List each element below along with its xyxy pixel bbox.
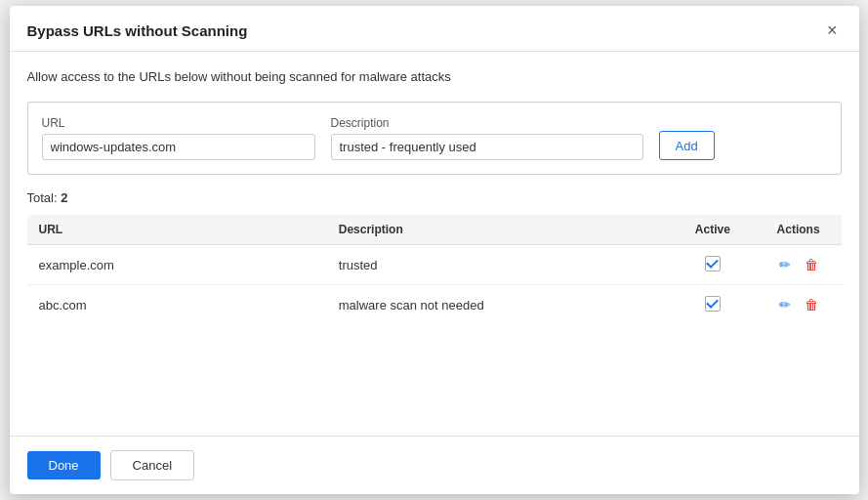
col-header-url: URL: [27, 215, 327, 245]
delete-button-1[interactable]: 🗑: [803, 295, 820, 314]
cancel-button[interactable]: Cancel: [110, 450, 194, 480]
edit-icon-1: ✏: [779, 297, 791, 312]
delete-icon-0: 🗑: [805, 257, 818, 272]
active-checkbox-1[interactable]: [705, 296, 721, 312]
description-label: Description: [331, 116, 643, 130]
input-section: URL Description Add: [27, 102, 842, 175]
dialog-header: Bypass URLs without Scanning ×: [10, 6, 859, 52]
col-header-active: Active: [670, 215, 756, 245]
url-input-group: URL: [42, 116, 315, 160]
active-checkbox-0[interactable]: [705, 256, 721, 271]
edit-button-1[interactable]: ✏: [777, 295, 793, 314]
total-count: 2: [61, 190, 67, 205]
bypass-urls-dialog: Bypass URLs without Scanning × Allow acc…: [10, 6, 859, 494]
cell-desc-0: trusted: [327, 245, 670, 285]
cell-url-1: abc.com: [27, 285, 327, 325]
description-input[interactable]: [331, 134, 643, 160]
cell-active-1: [670, 285, 756, 325]
close-button[interactable]: ×: [823, 20, 842, 41]
cell-actions-0: ✏ 🗑: [756, 245, 842, 285]
total-text: Total: 2: [27, 190, 842, 205]
dialog-footer: Done Cancel: [10, 436, 859, 494]
dialog-description: Allow access to the URLs below without b…: [27, 69, 842, 84]
edit-icon-0: ✏: [779, 257, 791, 272]
add-button[interactable]: Add: [659, 131, 715, 160]
delete-button-0[interactable]: 🗑: [803, 255, 820, 274]
delete-icon-1: 🗑: [805, 297, 818, 312]
url-table: URL Description Active Actions example.c…: [27, 215, 842, 324]
url-input[interactable]: [42, 134, 315, 160]
col-header-actions: Actions: [756, 215, 842, 245]
table-row: abc.com malware scan not needed ✏ 🗑: [27, 285, 842, 325]
dialog-body: Allow access to the URLs below without b…: [10, 52, 859, 426]
dialog-title: Bypass URLs without Scanning: [27, 22, 248, 39]
cell-actions-1: ✏ 🗑: [756, 285, 842, 325]
url-label: URL: [42, 116, 315, 130]
cell-desc-1: malware scan not needed: [327, 285, 670, 325]
edit-button-0[interactable]: ✏: [777, 255, 793, 274]
cell-active-0: [670, 245, 756, 285]
description-input-group: Description: [331, 116, 643, 160]
table-row: example.com trusted ✏ 🗑: [27, 245, 842, 285]
col-header-description: Description: [327, 215, 670, 245]
table-header-row: URL Description Active Actions: [27, 215, 842, 245]
done-button[interactable]: Done: [27, 451, 101, 479]
cell-url-0: example.com: [27, 245, 327, 285]
